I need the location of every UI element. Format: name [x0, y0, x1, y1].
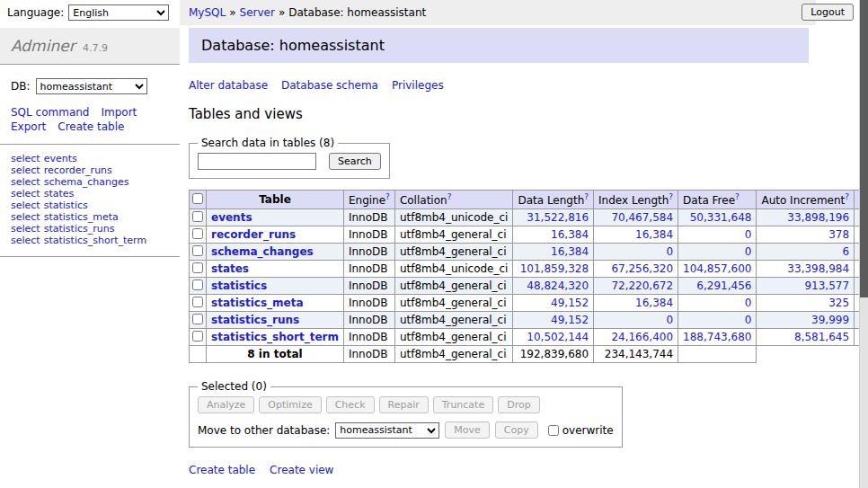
row-checkbox[interactable] [192, 211, 203, 222]
auto-increment-link[interactable]: 39,999 [811, 314, 849, 326]
index-length-link[interactable]: 24,166,400 [611, 331, 673, 343]
index-length-link[interactable]: 70,467,584 [611, 211, 673, 224]
index-length-link[interactable]: 0 [666, 245, 673, 258]
row-checkbox[interactable] [192, 314, 203, 324]
data-free-link[interactable]: 6,291,456 [696, 279, 751, 292]
data-free-link[interactable]: 188,743,680 [683, 331, 751, 343]
cell-table-name: events [207, 209, 344, 226]
index-length-link[interactable]: 67,256,320 [611, 262, 673, 275]
export-link[interactable]: Export [11, 120, 46, 133]
help-link[interactable]: ? [845, 192, 849, 201]
table-link[interactable]: statistics [211, 279, 267, 292]
index-length-link[interactable]: 0 [666, 314, 673, 326]
check-button[interactable]: Check [326, 396, 375, 413]
help-link[interactable]: ? [584, 192, 589, 201]
data-length-link[interactable]: 48,824,320 [527, 279, 589, 292]
index-length-link[interactable]: 16,384 [635, 297, 673, 309]
move-button[interactable]: Move [445, 421, 490, 439]
vertical-scrollbar[interactable] [859, 0, 868, 488]
select-all-checkbox[interactable] [192, 193, 203, 204]
data-free-link[interactable]: 0 [745, 228, 752, 241]
logout-button[interactable]: Logout [802, 4, 854, 21]
privileges-link[interactable]: Privileges [392, 79, 444, 92]
data-length-link[interactable]: 16,384 [551, 245, 589, 258]
auto-increment-link[interactable]: 33,898,196 [787, 211, 849, 224]
db-select[interactable]: homeassistant [36, 78, 147, 94]
copy-button[interactable]: Copy [495, 421, 538, 439]
auto-increment-link[interactable]: 33,398,984 [787, 262, 849, 275]
table-name-link[interactable]: statistics_runs [44, 223, 115, 235]
import-link[interactable]: Import [101, 106, 137, 119]
select-link[interactable]: select [11, 223, 40, 235]
table-link[interactable]: statistics_short_term [211, 331, 339, 343]
search-button[interactable]: Search [329, 153, 381, 170]
data-free-link[interactable]: 104,857,600 [683, 262, 751, 275]
table-link[interactable]: schema_changes [211, 245, 314, 258]
table-name-link[interactable]: statistics_short_term [44, 235, 146, 246]
help-link[interactable]: ? [385, 192, 390, 201]
overwrite-checkbox[interactable] [548, 425, 559, 436]
auto-increment-link[interactable]: 378 [828, 228, 849, 241]
table-link[interactable]: events [211, 211, 252, 224]
database-schema-link[interactable]: Database schema [281, 79, 378, 92]
analyze-button[interactable]: Analyze [198, 396, 254, 413]
row-checkbox[interactable] [192, 245, 203, 256]
select-link[interactable]: select [11, 211, 40, 223]
sql-command-link[interactable]: SQL command [11, 106, 89, 119]
table-link[interactable]: recorder_runs [211, 228, 296, 241]
search-input[interactable] [198, 153, 316, 170]
data-length-link[interactable]: 16,384 [551, 228, 589, 241]
auto-increment-link[interactable]: 325 [828, 297, 849, 309]
breadcrumb-server-link[interactable]: Server [240, 6, 275, 19]
select-link[interactable]: select [11, 153, 40, 164]
drop-button[interactable]: Drop [498, 396, 539, 413]
help-link[interactable]: ? [447, 192, 452, 201]
select-link[interactable]: select [11, 176, 40, 188]
auto-increment-link[interactable]: 913,577 [804, 279, 849, 292]
data-free-link[interactable]: 0 [745, 297, 752, 309]
table-name-link[interactable]: states [44, 188, 75, 200]
breadcrumb-mysql-link[interactable]: MySQL [189, 6, 226, 19]
language-select[interactable]: English [68, 4, 169, 21]
help-link[interactable]: ? [735, 192, 740, 201]
table-name-link[interactable]: events [44, 153, 77, 164]
help-link[interactable]: ? [669, 192, 673, 201]
data-free-link[interactable]: 50,331,648 [690, 211, 752, 224]
table-name-link[interactable]: statistics_meta [44, 211, 119, 223]
table-name-link[interactable]: statistics [44, 200, 88, 211]
alter-database-link[interactable]: Alter database [189, 79, 268, 92]
create-table-sidebar-link[interactable]: Create table [58, 120, 124, 133]
optimize-button[interactable]: Optimize [259, 396, 321, 413]
scrollbar-thumb[interactable] [860, 0, 868, 297]
select-link[interactable]: select [11, 188, 40, 200]
data-length-link[interactable]: 10,502,144 [527, 331, 589, 343]
row-checkbox[interactable] [192, 262, 203, 273]
data-length-link[interactable]: 31,522,816 [527, 211, 589, 224]
data-free-link[interactable]: 0 [745, 245, 752, 258]
select-link[interactable]: select [11, 235, 40, 246]
data-length-link[interactable]: 49,152 [551, 297, 589, 309]
select-link[interactable]: select [11, 200, 40, 211]
table-name-link[interactable]: schema_changes [44, 176, 129, 188]
row-checkbox[interactable] [192, 331, 203, 342]
repair-button[interactable]: Repair [379, 396, 429, 413]
index-length-link[interactable]: 72,220,672 [611, 279, 673, 292]
create-table-link[interactable]: Create table [189, 464, 255, 476]
auto-increment-link[interactable]: 8,581,645 [794, 331, 849, 343]
table-link[interactable]: statistics_meta [211, 297, 304, 309]
table-link[interactable]: states [211, 262, 249, 275]
row-checkbox[interactable] [192, 297, 203, 307]
index-length-link[interactable]: 16,384 [635, 228, 673, 241]
select-link[interactable]: select [11, 164, 40, 176]
row-checkbox[interactable] [192, 228, 203, 239]
table-link[interactable]: statistics_runs [211, 314, 299, 326]
data-length-link[interactable]: 49,152 [551, 314, 589, 326]
auto-increment-link[interactable]: 6 [842, 245, 849, 258]
truncate-button[interactable]: Truncate [433, 396, 493, 413]
data-length-link[interactable]: 101,859,328 [520, 262, 589, 275]
create-view-link[interactable]: Create view [270, 464, 333, 476]
row-checkbox[interactable] [192, 279, 203, 290]
move-db-select[interactable]: homeassistant [335, 422, 439, 439]
table-name-link[interactable]: recorder_runs [44, 164, 112, 176]
data-free-link[interactable]: 0 [745, 314, 752, 326]
